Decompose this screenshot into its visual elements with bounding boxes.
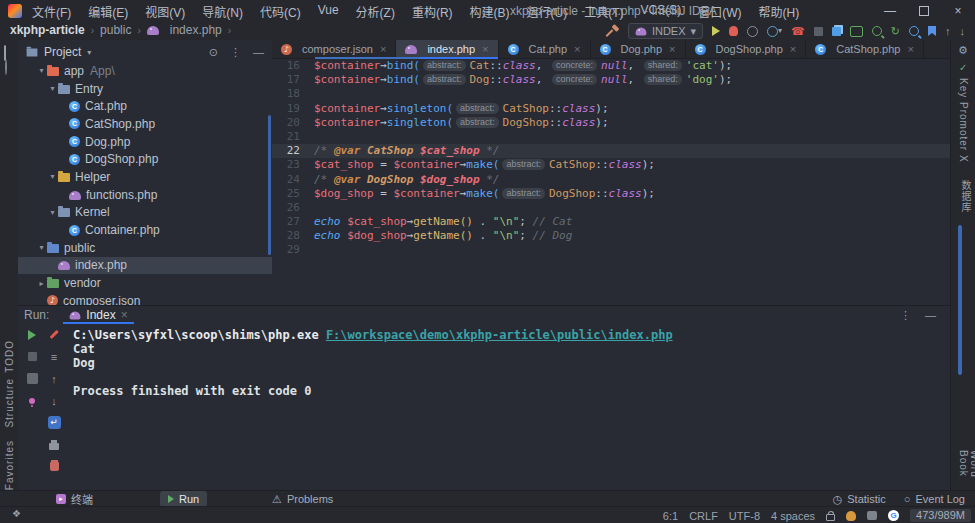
menu-item[interactable]: 导航(N) xyxy=(202,3,243,20)
run-console-output[interactable]: C:\Users\syfxl\scoop\shims\php.exe F:\wo… xyxy=(73,328,673,398)
key-promoter-gear-icon[interactable]: ⚙ xyxy=(958,44,968,57)
menu-item[interactable]: 帮助(H) xyxy=(759,3,800,20)
tree-item-helper[interactable]: ▾Helper xyxy=(18,168,272,186)
file-encoding[interactable]: UTF-8 xyxy=(729,510,760,522)
more-options-icon[interactable]: ⋮ xyxy=(900,309,911,322)
event-log-tool-button[interactable]: ○ Event Log xyxy=(904,491,965,507)
vcs-tool-icon[interactable] xyxy=(5,59,7,75)
stop-icon[interactable] xyxy=(28,352,37,361)
navigate-up-icon[interactable]: ↑ xyxy=(945,26,951,37)
build-hammer-icon[interactable] xyxy=(606,25,619,38)
stack-icon[interactable]: ❖ xyxy=(12,508,21,519)
more-options-icon[interactable]: ⋮ xyxy=(230,46,241,59)
hide-panel-icon[interactable]: — xyxy=(925,309,936,322)
menu-item[interactable]: Vue xyxy=(318,3,339,20)
tree-item-container-php[interactable]: CContainer.php xyxy=(18,221,272,239)
navigate-down-icon[interactable]: ↓ xyxy=(960,26,966,37)
tree-chevron-icon[interactable]: ▾ xyxy=(36,66,47,75)
terminal-tool-button[interactable]: ▸ 终端 xyxy=(56,491,93,507)
down-stack-trace-icon[interactable]: ↓ xyxy=(51,394,57,407)
todo-tool-button[interactable]: TODO xyxy=(4,340,15,373)
tab-close-icon[interactable]: × xyxy=(669,43,675,55)
coverage-icon[interactable] xyxy=(747,26,758,37)
tree-item-vendor[interactable]: ▸vendor xyxy=(18,274,272,292)
run-configuration-combo[interactable]: INDEX ▾ xyxy=(628,23,703,39)
tree-chevron-icon[interactable]: ▾ xyxy=(47,172,58,181)
database-tool-button[interactable]: 数据库 xyxy=(958,180,973,213)
caret-position[interactable]: 6:1 xyxy=(663,510,678,522)
tree-item-cat-php[interactable]: CCat.php xyxy=(18,97,272,115)
run-tab[interactable]: Index × xyxy=(63,306,133,324)
tab-index-php[interactable]: index.php× xyxy=(396,40,498,58)
indent-size[interactable]: 4 spaces xyxy=(771,510,815,522)
tab-close-icon[interactable]: × xyxy=(482,43,488,55)
tree-item-kernel[interactable]: ▾Kernel xyxy=(18,204,272,222)
tree-item-app[interactable]: ▾appApp\ xyxy=(18,62,272,80)
profiler-icon[interactable] xyxy=(767,26,778,37)
pin-tab-icon[interactable] xyxy=(29,398,35,404)
close-icon[interactable]: × xyxy=(121,308,128,322)
menu-item[interactable]: 重构(R) xyxy=(412,3,453,20)
tab-close-icon[interactable]: × xyxy=(380,43,386,55)
stop-icon[interactable] xyxy=(814,27,823,36)
clear-console-icon[interactable] xyxy=(50,462,59,471)
project-scrollbar[interactable] xyxy=(268,115,271,255)
tree-item-dogshop-php[interactable]: CDogShop.php xyxy=(18,150,272,168)
problems-tool-button[interactable]: ⚠ Problems xyxy=(272,491,333,507)
up-stack-trace-icon[interactable]: ↑ xyxy=(51,372,57,385)
menu-item[interactable]: 代码(C) xyxy=(260,3,301,20)
tab-close-icon[interactable]: × xyxy=(907,43,913,55)
menu-item[interactable]: 构建(B) xyxy=(470,3,510,20)
find-window-icon[interactable] xyxy=(850,26,863,37)
breadcrumb-item[interactable]: xkphp-article xyxy=(10,23,85,37)
tab-dog-php[interactable]: CDog.php× xyxy=(591,40,686,58)
structure-tool-button[interactable]: Structure xyxy=(4,378,15,428)
hide-panel-icon[interactable]: — xyxy=(253,46,264,59)
run-button[interactable] xyxy=(712,26,720,36)
tree-item-public[interactable]: ▾public xyxy=(18,239,272,257)
rerun-icon[interactable] xyxy=(28,330,36,340)
tree-chevron-icon[interactable]: ▾ xyxy=(36,243,47,252)
tab-dogshop-php[interactable]: CDogShop.php× xyxy=(686,40,807,58)
tree-chevron-icon[interactable]: ▾ xyxy=(47,84,58,93)
sync-icon[interactable]: ↻ xyxy=(891,26,900,37)
tree-item-index-php[interactable]: index.php xyxy=(18,257,272,275)
open-in-browser-icon[interactable] xyxy=(832,27,841,36)
menu-item[interactable]: 分析(Z) xyxy=(356,3,395,20)
tree-item-entry[interactable]: ▾Entry xyxy=(18,80,272,98)
tab-close-icon[interactable]: × xyxy=(574,43,580,55)
menu-item[interactable]: 视图(V) xyxy=(145,3,185,20)
close-button[interactable]: × xyxy=(941,0,975,22)
soft-wrap-icon[interactable]: ↵ xyxy=(48,416,61,429)
line-endings[interactable]: CRLF xyxy=(689,510,718,522)
memory-indicator[interactable]: 473/989M xyxy=(910,509,971,522)
console-file-link[interactable]: F:\workspace\demo\xkphp-article\public\i… xyxy=(326,328,673,342)
tree-item-functions-php[interactable]: functions.php xyxy=(18,186,272,204)
attach-debugger-phone-icon[interactable]: ☎ xyxy=(791,26,805,37)
php-interpreter-icon[interactable] xyxy=(846,511,856,521)
menu-item[interactable]: 编辑(E) xyxy=(88,3,128,20)
bookmark-icon[interactable] xyxy=(928,26,936,36)
key-promoter-tool-button[interactable]: Key Promoter X xyxy=(958,78,969,163)
tree-item-catshop-php[interactable]: CCatShop.php xyxy=(18,115,272,133)
tab-close-icon[interactable]: × xyxy=(790,43,796,55)
editor-scrollbar[interactable] xyxy=(958,225,962,375)
restore-layout-icon[interactable] xyxy=(27,373,38,384)
word-book-tool-button[interactable]: Word Book xyxy=(958,450,975,490)
locate-file-icon[interactable]: ⊙ xyxy=(209,46,218,59)
tab-composer-json[interactable]: ♪composer.json× xyxy=(272,40,396,58)
run-tool-button[interactable]: Run xyxy=(160,491,207,507)
breadcrumb-item[interactable]: index.php xyxy=(170,23,222,37)
tree-item-dog-php[interactable]: CDog.php xyxy=(18,133,272,151)
debug-icon[interactable] xyxy=(729,26,738,36)
lock-icon[interactable] xyxy=(826,514,835,521)
docker-icon[interactable] xyxy=(867,511,877,520)
minimize-button[interactable]: — xyxy=(873,0,907,22)
inspections-check-icon[interactable]: ✓ xyxy=(959,62,967,73)
tab-catshop-php[interactable]: CCatShop.php× xyxy=(806,40,924,58)
tab-cat-php[interactable]: CCat.php× xyxy=(499,40,591,58)
tree-chevron-icon[interactable]: ▸ xyxy=(36,279,47,288)
statistic-tool-button[interactable]: ◷ Statistic xyxy=(833,491,886,507)
menu-item[interactable]: 文件(F) xyxy=(32,3,71,20)
scroll-to-end-icon[interactable]: ≡ xyxy=(51,350,57,363)
